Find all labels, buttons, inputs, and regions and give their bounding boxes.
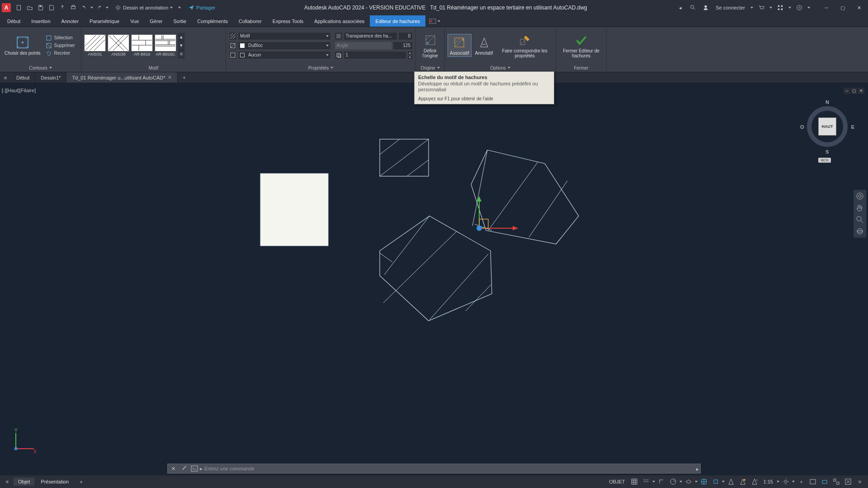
- transparency-icon[interactable]: [335, 32, 343, 40]
- tab-complements[interactable]: Compléments: [192, 15, 233, 27]
- command-input[interactable]: Entrez une commande: [204, 466, 694, 471]
- tab-editeur-hachures[interactable]: Editeur de hachures: [370, 15, 425, 27]
- recreate-button[interactable]: Recréer: [44, 50, 76, 57]
- open-icon[interactable]: [25, 3, 34, 12]
- file-tab-dessin1[interactable]: Dessin1*: [35, 72, 66, 83]
- search-icon[interactable]: [689, 3, 698, 12]
- tab-collaborer[interactable]: Collaborer: [233, 15, 267, 27]
- layout-tab-objet[interactable]: Objet: [14, 478, 34, 486]
- tab-debut[interactable]: Début: [2, 15, 26, 27]
- app-logo[interactable]: A: [2, 3, 11, 12]
- tab-extra[interactable]: [425, 15, 444, 27]
- shape-pentagon[interactable]: [380, 216, 492, 321]
- ui-lock-icon[interactable]: [807, 477, 818, 487]
- layout-tab-add[interactable]: ＋: [75, 479, 87, 485]
- viewcube-south[interactable]: S: [826, 149, 829, 155]
- annotation-auto-icon[interactable]: +: [749, 477, 760, 487]
- cart-dropdown-icon[interactable]: [769, 7, 772, 9]
- tab-applications[interactable]: Applications associées: [309, 15, 370, 27]
- polar-dropdown-icon[interactable]: [679, 481, 682, 483]
- osnap-toggle-icon[interactable]: [698, 477, 709, 487]
- snap-dropdown-icon[interactable]: [652, 481, 655, 483]
- isodraft-dropdown-icon[interactable]: [695, 481, 698, 483]
- tab-parametrique[interactable]: Paramétrique: [84, 15, 125, 27]
- tab-insertion[interactable]: Insertion: [26, 15, 56, 27]
- status-objet[interactable]: OBJET: [606, 479, 627, 484]
- viewcube-west[interactable]: O: [800, 124, 804, 130]
- workspace-switch-icon[interactable]: [780, 477, 791, 487]
- nav-zoom-icon[interactable]: [854, 215, 866, 224]
- panel-label-origine[interactable]: Origine: [416, 64, 444, 72]
- search-prev-icon[interactable]: ◂: [676, 3, 685, 12]
- plot-icon[interactable]: [69, 3, 78, 12]
- layout-tab-presentation[interactable]: Présentation: [36, 478, 73, 486]
- swatch-ansi31[interactable]: ANSI31: [84, 34, 106, 56]
- set-origin-button[interactable]: Définir l'origine: [419, 32, 442, 59]
- panel-label-options[interactable]: Options: [445, 64, 556, 72]
- new-icon[interactable]: [14, 3, 24, 12]
- osnap-dropdown-icon[interactable]: [722, 481, 725, 483]
- swatch-expand[interactable]: ≡: [178, 50, 184, 58]
- viewcube-face-top[interactable]: HAUT: [818, 117, 836, 136]
- isodraft-toggle-icon[interactable]: [683, 477, 694, 487]
- close-button[interactable]: ✕: [852, 3, 866, 12]
- undo-dropdown-icon[interactable]: [90, 7, 93, 9]
- transparency-input[interactable]: 0: [398, 32, 413, 40]
- hatch-color-dropdown[interactable]: DuBloc: [238, 42, 331, 50]
- swatch-ansi38[interactable]: ANSI38: [108, 34, 129, 56]
- swatch-scroll-down[interactable]: ▾: [178, 41, 184, 50]
- help-dropdown-icon[interactable]: [807, 7, 810, 9]
- viewport-maximize[interactable]: ▢: [851, 88, 857, 94]
- scale-up-button[interactable]: ▴: [407, 51, 413, 55]
- match-props-button[interactable]: Faire correspondre les propriétés: [496, 32, 553, 59]
- snap-toggle-icon[interactable]: [641, 477, 651, 487]
- nav-orbit-icon[interactable]: [854, 227, 866, 236]
- hatch-origin-gizmo[interactable]: [476, 196, 518, 231]
- tab-gerer[interactable]: Gérer: [144, 15, 168, 27]
- scale-icon[interactable]: [335, 51, 343, 59]
- tab-sortie[interactable]: Sortie: [168, 15, 192, 27]
- signin-dropdown-icon[interactable]: [750, 7, 753, 9]
- remove-button[interactable]: Supprimer: [44, 42, 76, 49]
- ortho-toggle-icon[interactable]: [656, 477, 667, 487]
- command-close-icon[interactable]: ✕: [170, 466, 177, 472]
- hatch-color-icon[interactable]: [229, 42, 237, 50]
- redo-dropdown-icon[interactable]: [106, 7, 108, 9]
- qat-customize-icon[interactable]: [178, 7, 181, 9]
- file-tab-debut[interactable]: Début: [11, 72, 35, 83]
- tab-vue[interactable]: Vue: [125, 15, 144, 27]
- scale-dropdown-icon[interactable]: [777, 481, 779, 483]
- publish-icon[interactable]: [58, 3, 67, 12]
- shape-hexagon-right[interactable]: [471, 150, 579, 244]
- apps-dropdown-icon[interactable]: [788, 7, 791, 9]
- saveas-icon[interactable]: [47, 3, 56, 12]
- help-icon[interactable]: ?: [795, 3, 804, 12]
- nav-pan-icon[interactable]: [854, 203, 866, 212]
- redo-icon[interactable]: [95, 3, 104, 12]
- polar-toggle-icon[interactable]: [668, 477, 679, 487]
- clean-screen-icon[interactable]: [843, 477, 854, 487]
- shape-rectangle-white[interactable]: [260, 174, 328, 246]
- file-tab-td01[interactable]: Td_01 Réaménager u...utilisant AutoCAD*✕: [66, 72, 178, 83]
- scale-input[interactable]: 1: [344, 51, 406, 59]
- cart-icon[interactable]: [757, 3, 766, 12]
- viewcube[interactable]: HAUT N S E O BCS: [800, 99, 854, 163]
- scale-down-button[interactable]: ▾: [407, 55, 413, 60]
- isolate-objects-icon[interactable]: [831, 477, 842, 487]
- undo-icon[interactable]: [80, 3, 89, 12]
- workspace-switch-dropdown-icon[interactable]: [792, 481, 795, 483]
- user-icon[interactable]: [701, 3, 710, 12]
- hardware-accel-icon[interactable]: [819, 477, 830, 487]
- view-label[interactable]: [-][Haut][Filaire]: [2, 88, 36, 93]
- apps-icon[interactable]: [776, 3, 785, 12]
- scale-label[interactable]: 1:15: [761, 479, 776, 484]
- drawing-canvas[interactable]: [0, 95, 868, 461]
- viewcube-east[interactable]: E: [851, 124, 854, 130]
- annotative-button[interactable]: Annotatif: [473, 34, 495, 56]
- command-customize-icon[interactable]: [179, 465, 189, 472]
- panel-label-contours[interactable]: Contours: [0, 64, 81, 72]
- save-icon[interactable]: [36, 3, 45, 12]
- viewport-close[interactable]: ✕: [858, 88, 864, 94]
- panel-label-proprietes[interactable]: Propriétés: [226, 64, 415, 72]
- annotation-visibility-icon[interactable]: [737, 477, 748, 487]
